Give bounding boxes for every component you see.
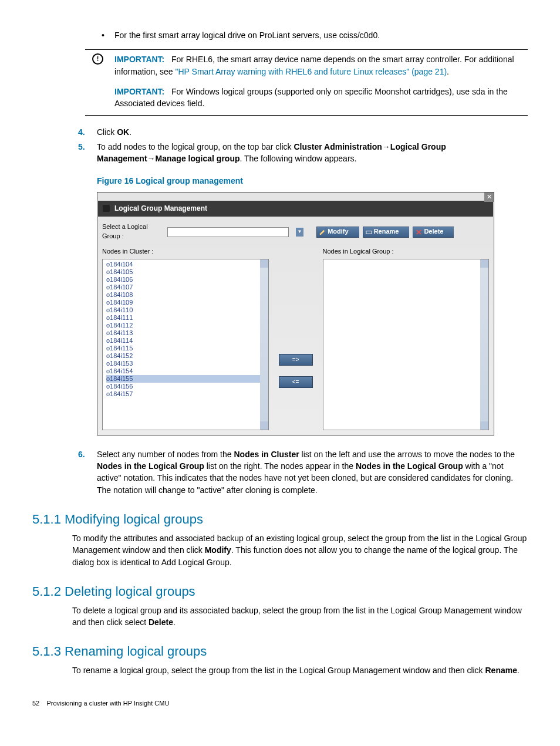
figure-16-caption: Figure 16 Logical group management — [97, 175, 528, 187]
list-item[interactable]: o184i155 — [106, 375, 268, 383]
arrow-right-icon: => — [292, 356, 299, 364]
columns: Nodes in Cluster : o184i104o184i105o184i… — [97, 247, 494, 435]
step-5-a: To add nodes to the logical group, on th… — [97, 142, 294, 151]
modify-label: Modify — [328, 227, 348, 237]
arrow-2: → — [147, 154, 156, 163]
rename-label: Rename — [374, 227, 399, 237]
s6-c: list on the left and use the arrows to m… — [299, 450, 515, 459]
scrollbar-left[interactable] — [260, 259, 268, 430]
modify-button[interactable]: Modify — [316, 227, 359, 238]
list-item[interactable]: o184i108 — [106, 291, 268, 299]
s6-e: list on the right. The nodes appear in t… — [204, 461, 356, 471]
list-item[interactable]: o184i113 — [106, 329, 268, 337]
step-4-b: OK — [117, 127, 129, 137]
list-item[interactable]: o184i114 — [106, 337, 268, 345]
p513-b: Rename — [485, 666, 517, 675]
rename-icon — [366, 229, 372, 235]
bullet-text: For the first smart array logical drive … — [114, 31, 380, 40]
list-item[interactable]: o184i157 — [106, 390, 268, 398]
para-512: To delete a logical group and its associ… — [72, 605, 528, 629]
nodes-in-cluster-list[interactable]: o184i104o184i105o184i106o184i107o184i108… — [102, 259, 269, 430]
step-5-b: Cluster Administration — [294, 142, 382, 151]
p512-c: . — [173, 617, 176, 627]
heading-511: 5.1.1 Modifying logical groups — [32, 510, 528, 529]
list-item[interactable]: o184i106 — [106, 276, 268, 283]
list-item[interactable]: o184i112 — [106, 322, 268, 329]
s6-a: Select any number of nodes from the — [97, 450, 234, 459]
delete-label: Delete — [424, 227, 443, 237]
scrollbar-right[interactable] — [480, 259, 488, 430]
p512-b: Delete — [149, 617, 173, 627]
important-2-text: For Windows logical groups (supported on… — [114, 87, 508, 108]
logical-group-management-window: ✕ Logical Group Management Select a Logi… — [97, 192, 494, 436]
important-block-1: ! IMPORTANT: For RHEL6, the smart array … — [85, 49, 528, 116]
nodes-in-group-list[interactable] — [323, 259, 490, 430]
list-item[interactable]: o184i111 — [106, 314, 268, 322]
pencil-icon — [319, 229, 326, 235]
important-2-para: IMPORTANT: For Windows logical groups (s… — [114, 86, 528, 110]
important-1-para: IMPORTANT: For RHEL6, the smart array de… — [114, 53, 528, 77]
list-item[interactable]: o184i156 — [106, 383, 268, 390]
step-4-c: . — [129, 127, 131, 137]
important-1-t2: . — [447, 67, 449, 76]
group-select-input[interactable] — [167, 227, 289, 237]
page-footer: 52 Provisioning a cluster with HP Insigh… — [32, 699, 528, 708]
important-label: IMPORTANT: — [114, 55, 164, 64]
s6-b: Nodes in Cluster — [234, 450, 299, 459]
step-5-num: 5. — [78, 141, 85, 153]
list-item[interactable]: o184i115 — [106, 345, 268, 352]
step-4: 4. Click OK. — [78, 126, 528, 138]
close-icon[interactable]: ✕ — [484, 193, 494, 202]
p512-a: To delete a logical group and its associ… — [72, 606, 522, 627]
footer-title: Provisioning a cluster with HP Insight C… — [46, 700, 169, 707]
important-icon: ! — [92, 53, 103, 65]
p513-c: . — [517, 666, 519, 675]
list-item[interactable]: o184i107 — [106, 283, 268, 291]
list-item[interactable]: o184i105 — [106, 268, 268, 276]
move-right-button[interactable]: => — [279, 354, 313, 366]
step-6: 6. Select any number of nodes from the N… — [78, 448, 528, 496]
dropdown-icon[interactable]: ▼ — [296, 228, 303, 237]
important-label-2: IMPORTANT: — [114, 87, 164, 96]
list-item[interactable]: o184i154 — [106, 367, 268, 375]
move-left-button[interactable]: <= — [279, 376, 313, 388]
step-4-a: Click — [97, 127, 117, 137]
list-item[interactable]: o184i109 — [106, 299, 268, 306]
nodes-in-cluster-label: Nodes in Cluster : — [102, 247, 269, 256]
window-title: Logical Group Management — [114, 204, 207, 214]
heading-513: 5.1.3 Renaming logical groups — [32, 642, 528, 661]
s6-d: Nodes in the Logical Group — [97, 461, 204, 471]
arrow-left-icon: <= — [292, 378, 299, 387]
delete-icon — [416, 229, 422, 235]
step-5: 5. To add nodes to the logical group, on… — [78, 141, 528, 165]
toolbar: Select a Logical Group : ▼ Modify Rename… — [97, 217, 494, 247]
title-bar: Logical Group Management — [98, 201, 493, 217]
s6-f: Nodes in the Logical Group — [356, 461, 463, 471]
select-group-label: Select a Logical Group : — [102, 222, 164, 241]
list-item[interactable]: o184i110 — [106, 306, 268, 314]
bullet-cciss: For the first smart array logical drive … — [97, 29, 528, 41]
step-4-num: 4. — [78, 126, 85, 138]
list-item[interactable]: o184i152 — [106, 352, 268, 360]
link-smart-array[interactable]: "HP Smart Array warning with RHEL6 and f… — [176, 67, 447, 76]
list-item[interactable]: o184i104 — [106, 261, 268, 268]
app-icon — [103, 205, 110, 212]
rename-button[interactable]: Rename — [363, 227, 410, 238]
step-5-d: Manage logical group — [156, 154, 240, 163]
step-6-num: 6. — [78, 448, 85, 460]
para-513: To rename a logical group, select the gr… — [72, 664, 528, 676]
page-number: 52 — [32, 700, 39, 707]
list-item[interactable]: o184i153 — [106, 360, 268, 367]
nodes-in-group-label: Nodes in Logical Group : — [323, 247, 490, 256]
p511-b: Modify — [205, 545, 231, 555]
p513-a: To rename a logical group, select the gr… — [72, 666, 485, 675]
arrow-1: → — [382, 142, 390, 151]
heading-512: 5.1.2 Deleting logical groups — [32, 582, 528, 601]
svg-rect-0 — [366, 231, 372, 234]
step-5-e: . The following window appears. — [239, 154, 356, 163]
delete-button[interactable]: Delete — [413, 227, 454, 238]
para-511: To modify the attributes and associated … — [72, 532, 528, 568]
